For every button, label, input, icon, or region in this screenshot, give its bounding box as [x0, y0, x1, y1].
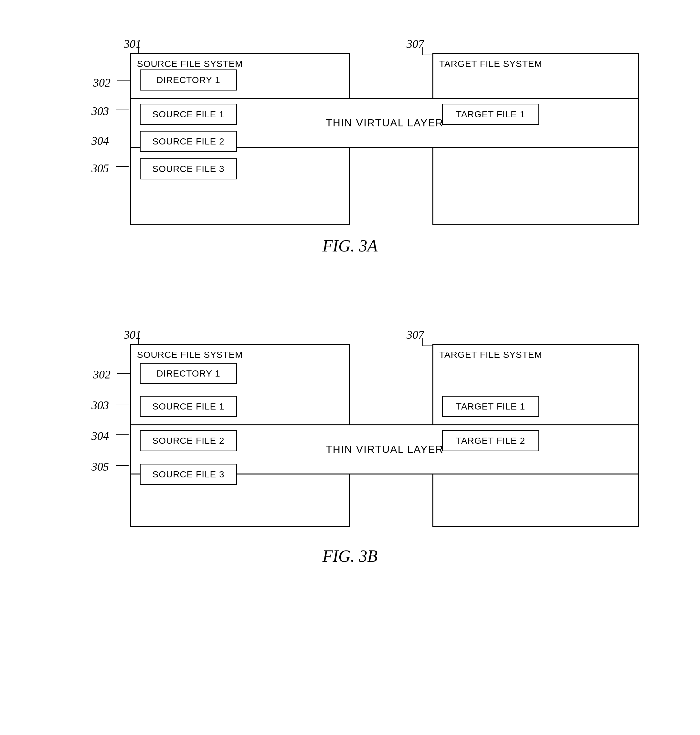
ref-304-b: 304 [91, 429, 109, 443]
ref-302-b: 302 [93, 368, 110, 381]
thin-virtual-label-a: THIN VIRTUAL LAYER [326, 117, 443, 129]
directory1-label-a: DIRECTORY 1 [156, 75, 221, 85]
ref-303-a: 303 [91, 104, 109, 118]
target-fs-label-a: TARGET FILE SYSTEM [439, 59, 542, 69]
fig-caption-3b: FIG. 3B [322, 547, 378, 566]
ref-301-a: 301 [124, 37, 141, 51]
target-file1-label-a: TARGET FILE 1 [456, 109, 525, 120]
ref-307-a: 307 [407, 37, 424, 51]
source-file1-box-a: SOURCE FILE 1 [140, 104, 237, 125]
directory1-box-b: DIRECTORY 1 [140, 363, 237, 384]
ref-303-b: 303 [91, 398, 109, 412]
ref-305-a: 305 [91, 162, 109, 175]
source-fs-label-a: SOURCE FILE SYSTEM [137, 59, 243, 69]
source-file1-label-b: SOURCE FILE 1 [152, 401, 224, 412]
ref-307-b: 307 [407, 328, 424, 342]
target-file1-box-a: TARGET FILE 1 [442, 104, 539, 125]
source-file2-label-b: SOURCE FILE 2 [152, 436, 224, 446]
source-file1-label-a: SOURCE FILE 1 [152, 109, 224, 120]
source-file3-label-a: SOURCE FILE 3 [152, 164, 224, 174]
source-file2-box-b: SOURCE FILE 2 [140, 430, 237, 451]
source-file3-label-b: SOURCE FILE 3 [152, 469, 224, 480]
source-file1-box-b: SOURCE FILE 1 [140, 396, 237, 417]
ref-302-a: 302 [93, 76, 110, 90]
ref-304-a: 304 [91, 134, 109, 148]
source-file3-box-a: SOURCE FILE 3 [140, 158, 237, 179]
source-file2-box-a: SOURCE FILE 2 [140, 131, 237, 152]
target-file1-label-b: TARGET FILE 1 [456, 401, 525, 412]
ref-301-b: 301 [124, 328, 141, 342]
fig-caption-3a: FIG. 3A [322, 236, 378, 255]
thin-virtual-label-b: THIN VIRTUAL LAYER [326, 444, 443, 456]
source-file2-label-a: SOURCE FILE 2 [152, 137, 224, 147]
target-file1-box-b: TARGET FILE 1 [442, 396, 539, 417]
directory1-label-b: DIRECTORY 1 [156, 369, 221, 379]
target-fs-label-b: TARGET FILE SYSTEM [439, 350, 542, 360]
source-file3-box-b: SOURCE FILE 3 [140, 464, 237, 485]
target-file2-box-b: TARGET FILE 2 [442, 430, 539, 451]
source-fs-label-b: SOURCE FILE SYSTEM [137, 350, 243, 360]
ref-305-b: 305 [91, 460, 109, 473]
target-file2-label-b: TARGET FILE 2 [456, 436, 525, 446]
directory1-box-a: DIRECTORY 1 [140, 69, 237, 91]
